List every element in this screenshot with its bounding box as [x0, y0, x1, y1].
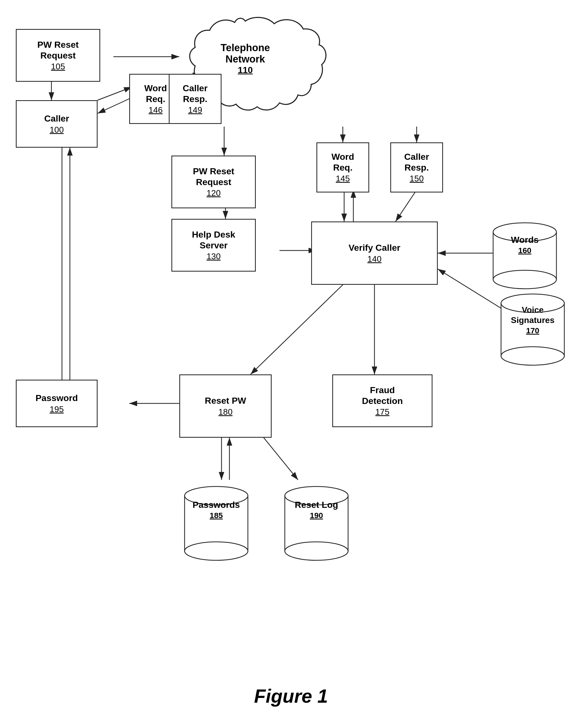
voice-signatures-170: Voice Signatures 170 — [496, 287, 570, 369]
reset-log-label: Reset Log 190 — [280, 500, 353, 520]
words-label: Words 160 — [488, 235, 562, 255]
svg-line-16 — [251, 285, 343, 374]
passwords-label: Passwords 185 — [179, 500, 253, 520]
caller-resp-150: Caller Resp. 150 — [390, 142, 443, 192]
svg-line-13 — [396, 190, 417, 222]
svg-line-6 — [98, 98, 132, 113]
passwords-cylinder-shape — [179, 480, 253, 564]
pw-reset-request-120: PW Reset Request 120 — [171, 156, 256, 208]
telephone-network-label: Telephone Network 110 — [163, 42, 327, 75]
svg-line-21 — [264, 438, 298, 480]
svg-point-27 — [493, 270, 556, 289]
reset-log-190: Reset Log 190 — [280, 480, 353, 564]
pw-reset-request-105: PW Reset Request 105 — [16, 29, 100, 82]
svg-line-8 — [98, 87, 132, 100]
password-195: Password 195 — [16, 380, 98, 427]
reset-pw-180: Reset PW 180 — [179, 374, 272, 438]
word-req-145: Word Req. 145 — [317, 142, 369, 192]
fraud-detection-175: Fraud Detection 175 — [332, 374, 432, 427]
caller-resp-149: Caller Resp. 149 — [169, 74, 222, 124]
help-desk-server-130: Help Desk Server 130 — [171, 219, 256, 271]
caller-100: Caller 100 — [16, 100, 98, 148]
passwords-185: Passwords 185 — [179, 480, 253, 564]
svg-point-33 — [184, 542, 248, 560]
svg-point-30 — [501, 347, 564, 365]
figure-label: Figure 1 — [0, 685, 582, 707]
voice-signatures-label: Voice Signatures 170 — [496, 305, 570, 335]
reset-log-cylinder-shape — [280, 480, 353, 564]
svg-point-36 — [285, 542, 348, 560]
verify-caller-140: Verify Caller 140 — [311, 222, 438, 285]
diagram: Telephone Network 110 PW Reset Request 1… — [0, 0, 582, 728]
words-160: Words 160 — [488, 216, 562, 293]
